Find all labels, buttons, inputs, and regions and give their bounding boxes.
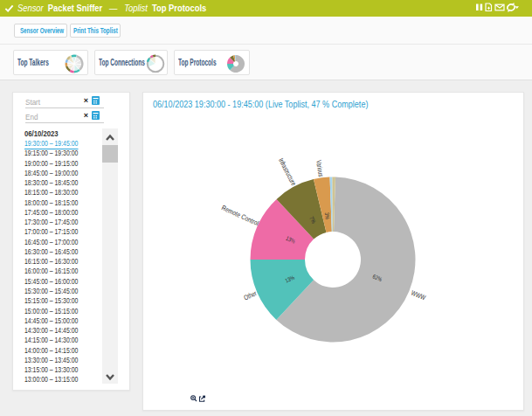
svg-text:3%: 3% [324,212,332,220]
svg-text:Remote Control: Remote Control [220,203,260,227]
svg-text:Infrastructure: Infrastructure [278,157,298,187]
svg-text:WWW: WWW [411,289,427,302]
svg-text:Various: Various [315,160,325,177]
svg-text:Other: Other [243,289,258,302]
